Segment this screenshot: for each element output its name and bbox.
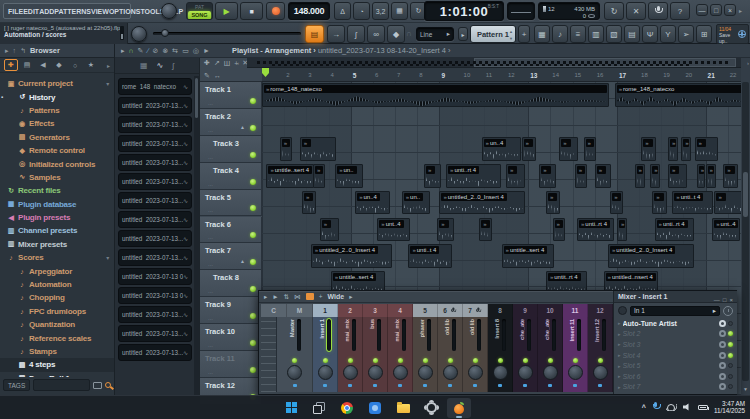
strip-led[interactable] [448, 358, 453, 363]
track-header-11[interactable]: Track 11... [200, 351, 262, 378]
audio-clip[interactable]: » [539, 164, 556, 188]
audio-clip[interactable]: »unt..4 [377, 218, 409, 242]
mixer-track-cell-10[interactable]: 10 [538, 304, 563, 317]
oscilloscope[interactable] [507, 2, 535, 20]
track-enable-led[interactable] [250, 286, 256, 292]
mixer-pointer-button[interactable]: ► [272, 293, 278, 300]
strip-fader[interactable] [602, 319, 606, 351]
strip-pan-knob[interactable] [493, 365, 508, 380]
strip-pan-knob[interactable] [593, 365, 608, 380]
browser-item-reference-scales[interactable]: ♪Reference scales [0, 331, 114, 344]
paint-tool-button[interactable]: ∕ [147, 47, 148, 54]
mixer-add-button[interactable]: + [319, 293, 323, 300]
plugin-picker-button[interactable]: Ψ [642, 25, 658, 43]
menu-edit[interactable]: EDIT [23, 8, 39, 15]
strip-led[interactable] [573, 358, 578, 363]
portamento-button[interactable]: ʃ [347, 25, 365, 43]
track-enable-led[interactable] [250, 259, 256, 265]
mixer-strip-insert-12[interactable]: Insert 12 [588, 317, 613, 392]
pattern-item-10[interactable]: untitled_2023-07-13...∿ [118, 249, 192, 266]
mixer-updown-button[interactable]: ⇅ [284, 293, 289, 301]
pattern-item-5[interactable]: untitled_2023-07-13...∿ [118, 154, 192, 171]
collapse-icon[interactable]: ▾ [106, 254, 109, 261]
main-volume-knob[interactable] [161, 3, 177, 19]
strip-pan-knob[interactable] [468, 365, 483, 380]
track-header-9[interactable]: Track 9... [200, 297, 262, 324]
mixer-track-cell-8[interactable]: 8 [488, 304, 513, 317]
track-enable-led[interactable] [250, 340, 256, 346]
strip-pan-knob[interactable] [393, 365, 408, 380]
browser-item-samples[interactable]: ∿Samples [0, 171, 114, 184]
tray-chevron-icon[interactable]: ^ [642, 404, 646, 411]
audio-clip[interactable]: » [610, 191, 622, 215]
browser-item-chopping[interactable]: ♪Chopping [0, 291, 114, 304]
snap-magnet-button[interactable]: ∩ [129, 47, 134, 54]
audio-clip[interactable]: » [575, 164, 587, 188]
mute-tool-button[interactable]: ⊗ [162, 47, 168, 55]
slot-mix-knob[interactable] [719, 362, 726, 369]
track-header-7[interactable]: Track 7...▲ [200, 243, 262, 270]
mixer-strip-old-lib[interactable]: old lib [463, 317, 488, 392]
slot-arrow-icon[interactable]: ▸ [618, 363, 621, 369]
mixer-view-select[interactable]: Wide [327, 293, 344, 300]
pattern-item-9[interactable]: untitled_2023-07-13...∿ [118, 230, 192, 247]
strip-fader[interactable] [477, 319, 481, 351]
track-header-3[interactable]: Track 3... [200, 136, 262, 163]
playback-tool-button[interactable]: ► [203, 47, 210, 54]
shop-button[interactable]: ⊞ [696, 25, 712, 43]
start-button[interactable] [279, 398, 303, 418]
channel-rack-button[interactable]: ≡ [570, 25, 586, 43]
remote-control-button[interactable]: ◆ [387, 25, 405, 43]
playlist-menu-button[interactable]: ▸ [121, 47, 125, 55]
browser-item-stamps[interactable]: ♪Stamps [0, 345, 114, 358]
mixer-track-cell-12[interactable]: 12 [588, 304, 613, 317]
track-tool-0[interactable]: ✚ [204, 59, 210, 67]
snap-grid-select[interactable]: Line▸ [416, 27, 454, 41]
audio-clip[interactable]: » [681, 137, 691, 161]
task-view-button[interactable] [307, 398, 331, 418]
toolbar-overflow-icon[interactable]: ▸ [739, 7, 742, 14]
browser-up-icon[interactable]: ↑ [13, 47, 17, 54]
strip-led[interactable] [292, 358, 297, 363]
cpu-panel[interactable]: 12 430 MB 0 [538, 2, 600, 20]
effect-slot[interactable]: ▸Slot 5 [614, 360, 737, 371]
browser-item-effects[interactable]: ◉Effects [0, 117, 114, 130]
audio-clip[interactable]: »rome_148_natecxo [262, 83, 609, 107]
link-controller-button[interactable]: ∞ [367, 25, 385, 43]
audio-clip[interactable]: »unti..t 4 [672, 191, 713, 215]
menu-add[interactable]: ADD [39, 8, 54, 15]
mixer-menu-button[interactable]: ▸ [264, 293, 267, 301]
pattern-item-4[interactable]: untitled_2023-07-13...∿ [118, 135, 192, 152]
audio-clip[interactable]: » [437, 218, 454, 242]
scroll-left-icon[interactable]: ‹ [237, 60, 239, 66]
browser-menu-icon[interactable]: ▸ [5, 47, 9, 55]
effect-slot[interactable]: ▸Slot 6 [614, 371, 737, 382]
effect-slot[interactable]: ▸Slot 7 [614, 382, 737, 393]
menu-view[interactable]: VIEW [91, 8, 109, 15]
track-header-4[interactable]: Track 4... [200, 163, 262, 190]
project-notes-button[interactable]: ▤ [624, 25, 640, 43]
browser-tabs-overflow-icon[interactable]: ▸ [107, 62, 110, 69]
browser-tab-sounds[interactable]: ◀ [36, 59, 50, 71]
audio-clip[interactable]: » [668, 164, 687, 188]
pattern-item-7[interactable]: untitled_2023-07-13...∿ [118, 192, 192, 209]
mic-button[interactable] [648, 2, 668, 20]
track-enable-led[interactable] [250, 205, 256, 211]
tempo-display[interactable]: 148.000 [288, 2, 330, 20]
slot-mix-knob[interactable] [719, 341, 726, 348]
effect-slot[interactable]: ▸Auto-Tune Artist [614, 318, 737, 329]
browser-item-plugin-database[interactable]: ▦Plugin database [0, 198, 114, 211]
strip-pan-knob[interactable] [518, 365, 533, 380]
record-button[interactable] [266, 2, 285, 20]
slot-enable-led[interactable] [728, 331, 733, 336]
browser-item-current-project[interactable]: ▣Current project▾ [0, 77, 114, 90]
track-header-6[interactable]: Track 6... [200, 217, 262, 244]
browser-tab-all[interactable]: ✚ [4, 59, 18, 71]
track-enable-led[interactable] [250, 313, 256, 319]
time-display[interactable]: 1:01:00 B:S:T [424, 1, 504, 21]
track-group-icon[interactable]: ▲ [240, 258, 245, 264]
battery-icon[interactable] [698, 405, 708, 410]
play-button[interactable]: ▶ [215, 2, 238, 20]
playlist-vscrollbar[interactable] [742, 82, 749, 381]
track-tool-6[interactable]: ↔ [214, 72, 221, 79]
